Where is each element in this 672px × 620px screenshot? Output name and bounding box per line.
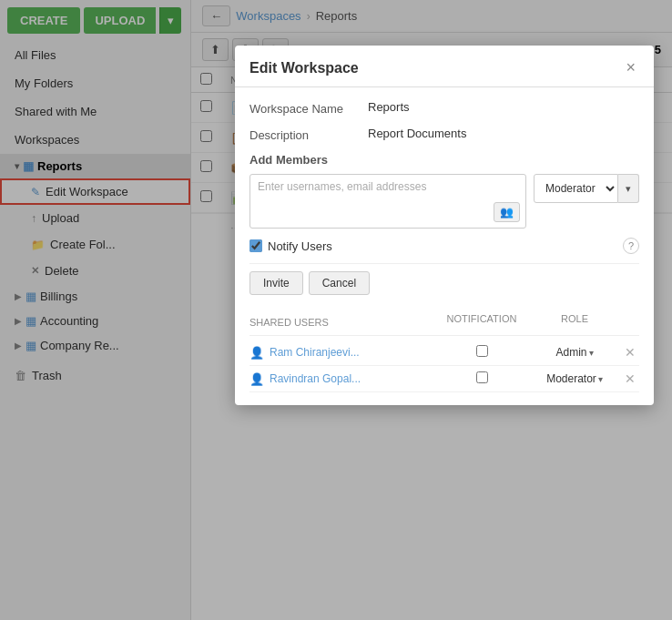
modal-title: Edit Workspace [249, 60, 359, 76]
ws-name-value: Reports [368, 100, 410, 114]
members-input-wrap: Enter usernames, email addresses 👥 [249, 174, 526, 229]
shared-users-section: SHARED USERS NOTIFICATION ROLE 👤 Ram Chi… [249, 310, 639, 392]
workspace-name-row: Workspace Name Reports [249, 100, 639, 116]
user-role-1: Moderator ▾ [528, 372, 621, 385]
shared-user-name-1: 👤 Ravindran Gopal... [249, 372, 435, 386]
modal-overlay: Edit Workspace × Workspace Name Reports … [0, 0, 672, 620]
edit-workspace-modal: Edit Workspace × Workspace Name Reports … [235, 46, 654, 405]
members-icon-button[interactable]: 👥 [494, 202, 520, 222]
user-delete-1[interactable]: ✕ [621, 371, 639, 386]
members-input-placeholder: Enter usernames, email addresses [254, 178, 522, 195]
shared-user-row: 👤 Ram Chiranjeevi... Admin ▾ ✕ [249, 340, 639, 366]
modal-header: Edit Workspace × [235, 46, 654, 87]
shared-header: SHARED USERS NOTIFICATION ROLE [249, 310, 639, 336]
user-role-0: Admin ▾ [528, 346, 621, 359]
add-members-label: Add Members [249, 153, 639, 167]
notify-label: Notify Users [268, 239, 332, 253]
shared-col-del [621, 313, 639, 331]
notify-row: Notify Users ? [249, 238, 639, 254]
description-row: Description Report Documents [249, 127, 639, 142]
user-delete-0[interactable]: ✕ [621, 345, 639, 360]
user-icon-0: 👤 [249, 346, 264, 360]
user-notif-checkbox-1[interactable] [476, 371, 488, 383]
shared-col-user: SHARED USERS [249, 313, 435, 331]
cancel-button[interactable]: Cancel [309, 271, 370, 295]
modal-close-button[interactable]: × [622, 58, 639, 77]
modal-body: Workspace Name Reports Description Repor… [235, 87, 654, 405]
shared-col-role: ROLE [528, 313, 621, 331]
role-caret-button[interactable]: ▾ [618, 174, 639, 203]
ws-name-label: Workspace Name [249, 100, 368, 116]
shared-col-notif: NOTIFICATION [435, 313, 528, 331]
desc-label: Description [249, 127, 368, 142]
role-select-wrap: Moderator ▾ [534, 174, 639, 203]
role-dropdown-1[interactable]: ▾ [598, 374, 603, 384]
desc-value: Report Documents [368, 127, 466, 140]
user-icon-1: 👤 [249, 372, 264, 386]
shared-user-row: 👤 Ravindran Gopal... Moderator ▾ ✕ [249, 366, 639, 392]
user-notif-checkbox-0[interactable] [476, 345, 488, 357]
user-notif-0 [435, 345, 528, 360]
role-label-1: Moderator [546, 372, 596, 385]
invite-row: Invite Cancel [249, 263, 639, 302]
user-notif-1 [435, 371, 528, 386]
notify-checkbox[interactable] [249, 239, 262, 252]
invite-button[interactable]: Invite [249, 271, 303, 295]
role-label-0: Admin [555, 346, 586, 359]
notify-left: Notify Users [249, 239, 332, 253]
role-dropdown-0[interactable]: ▾ [589, 348, 594, 358]
shared-user-name-0: 👤 Ram Chiranjeevi... [249, 346, 435, 360]
role-select[interactable]: Moderator [534, 174, 618, 203]
help-icon[interactable]: ? [623, 238, 639, 254]
